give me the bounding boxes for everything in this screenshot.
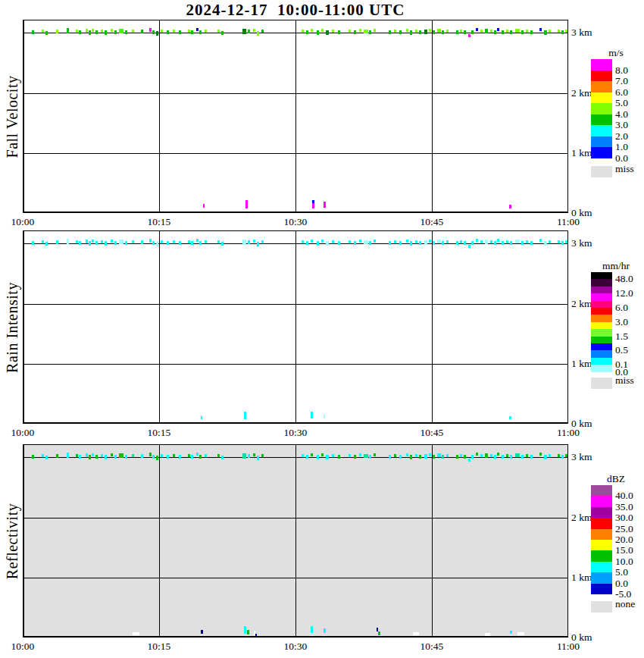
echo-mark	[56, 454, 58, 458]
colorbar-tick-label: 20.0	[615, 534, 633, 545]
echo-mark	[179, 455, 181, 459]
echo-mark	[67, 453, 69, 458]
echo-mark-low	[255, 634, 257, 636]
echo-mark	[248, 454, 250, 458]
colorbar-missing-swatch	[591, 601, 612, 613]
echo-mark	[558, 454, 560, 457]
panel-reflectivity: Reflectivity dBZ 3 km2 km1 km0 km10:0010…	[0, 0, 644, 658]
echo-mark	[433, 455, 435, 459]
echo-mark	[369, 455, 371, 459]
echo-mark	[149, 453, 152, 456]
echo-mark	[326, 455, 329, 459]
echo-mark	[394, 454, 396, 457]
echo-mark	[101, 454, 103, 457]
colorbar-segment	[591, 507, 612, 519]
echo-mark	[321, 453, 324, 456]
colorbar-tick-label: 15.0	[615, 546, 633, 556]
time-tick-label: 10:30	[284, 641, 308, 653]
echo-mark	[111, 453, 113, 456]
echo-mark	[539, 453, 542, 456]
echo-mark	[95, 455, 98, 459]
echo-mark	[257, 456, 259, 460]
colorbar-tick-label: 10.0	[615, 556, 633, 567]
echo-mark	[32, 455, 34, 459]
echo-mark	[437, 453, 441, 457]
echo-mark	[490, 454, 492, 457]
echo-mark	[429, 453, 431, 456]
echo-mark	[446, 454, 449, 457]
time-tick-label: 10:00	[11, 641, 35, 653]
echo-mark	[424, 454, 427, 459]
echo-mark-low	[201, 630, 203, 634]
echo-mark	[359, 453, 361, 456]
echo-mark	[521, 455, 524, 459]
colorbar-tick-label: 0.0	[615, 578, 628, 589]
echo-mark	[480, 454, 483, 457]
echo-mark	[374, 453, 376, 456]
echo-mark	[494, 455, 496, 459]
echo-mark	[530, 455, 533, 459]
colorbar-missing-label: none	[615, 599, 635, 609]
echo-mark	[561, 455, 564, 459]
grid-line-vertical	[432, 444, 433, 638]
y-axis-label-reflectivity: Reflectivity	[4, 503, 21, 578]
echo-mark	[515, 453, 520, 457]
echo-mark	[141, 454, 143, 458]
time-tick-label: 10:15	[148, 641, 171, 653]
echo-mark	[349, 454, 351, 457]
echo-mark	[45, 456, 48, 459]
echo-mark	[125, 455, 127, 459]
time-tick-label: 11:00	[557, 641, 580, 653]
echo-mark-low	[413, 632, 419, 635]
echo-mark	[485, 453, 488, 458]
colorbar-tick-label: 35.0	[615, 502, 633, 512]
echo-mark	[460, 454, 462, 457]
echo-mark	[311, 453, 313, 456]
echo-mark	[173, 454, 175, 457]
echo-mark-low	[485, 633, 490, 636]
echo-mark	[76, 454, 78, 457]
echo-mark	[119, 453, 123, 458]
echo-mark	[456, 455, 458, 459]
echo-mark	[191, 455, 193, 459]
colorbar-segment	[591, 572, 612, 584]
echo-mark-low	[244, 626, 246, 634]
echo-mark	[406, 453, 408, 456]
echo-mark	[253, 453, 255, 456]
echo-mark-low	[247, 630, 249, 634]
echo-mark	[42, 454, 44, 457]
echo-mark	[132, 454, 134, 457]
echo-mark	[221, 456, 224, 459]
echo-mark	[114, 455, 117, 459]
echo-mark	[92, 453, 94, 456]
echo-mark	[217, 454, 220, 457]
echo-mark	[306, 455, 308, 459]
grid-line-vertical	[295, 444, 296, 638]
echo-mark	[502, 455, 504, 459]
echo-mark	[442, 455, 444, 459]
echo-mark-low	[133, 632, 139, 635]
echo-mark-low	[311, 626, 313, 633]
echo-mark	[79, 455, 81, 459]
echo-mark	[497, 453, 499, 456]
echo-mark	[167, 455, 169, 459]
echo-mark	[468, 459, 470, 462]
echo-mark	[205, 454, 207, 457]
echo-mark	[156, 456, 158, 460]
height-tick-label: 1 km	[571, 572, 592, 584]
height-tick-label: 2 km	[571, 512, 592, 524]
colorbar-segment	[591, 496, 612, 507]
colorbar-tick-label: 25.0	[615, 524, 633, 534]
echo-mark	[399, 455, 402, 459]
echo-mark	[565, 454, 567, 457]
echo-mark	[199, 455, 202, 459]
echo-mark	[415, 454, 417, 457]
echo-mark	[105, 455, 107, 459]
echo-mark	[389, 455, 391, 459]
echo-mark	[419, 455, 421, 459]
echo-mark-low	[324, 628, 326, 633]
echo-mark	[354, 455, 356, 459]
echo-mark-low	[517, 632, 524, 635]
echo-mark-low	[510, 631, 512, 634]
grid-line-vertical	[159, 444, 160, 638]
